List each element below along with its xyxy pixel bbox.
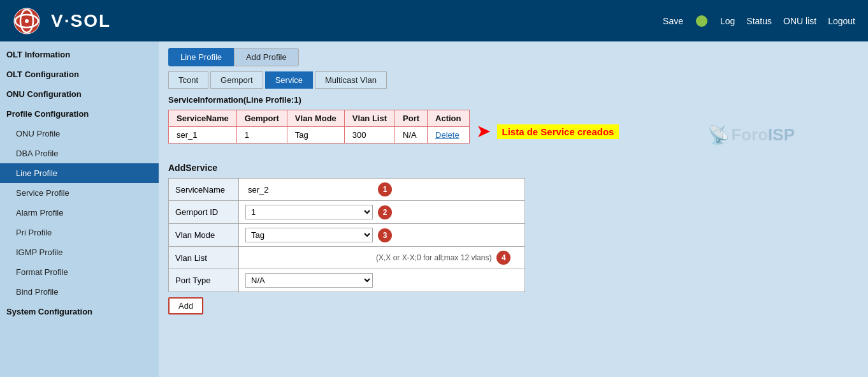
form-row-port-type: Port Type N/A Eth POTS USB xyxy=(169,269,525,292)
content-area: Line Profile Add Profile Tcont Gemport S… xyxy=(159,41,868,377)
sidebar-item-bind-profile[interactable]: Bind Profile xyxy=(0,282,159,302)
form-label-vlan-list: Vlan List xyxy=(169,247,239,269)
form-cell-port-type: N/A Eth POTS USB xyxy=(239,269,525,292)
col-service-name: ServiceName xyxy=(169,110,237,127)
form-row-badge-vlan-mode: Tag Transparent QinQ 3 xyxy=(245,228,518,242)
sidebar-item-system-configuration[interactable]: System Configuration xyxy=(0,302,159,322)
gemport-id-select[interactable]: 1 2 3 4 xyxy=(245,205,373,219)
vlan-list-hint: (X,X or X-X;0 for all;max 12 vlans) xyxy=(376,253,491,262)
status-link[interactable]: Status xyxy=(746,16,772,26)
form-label-port-type: Port Type xyxy=(169,269,239,292)
log-link[interactable]: Log xyxy=(720,16,735,26)
sub-tab-tcont[interactable]: Tcont xyxy=(168,71,208,89)
form-row-badge-port-type: N/A Eth POTS USB xyxy=(245,273,518,288)
header-nav: Log Status ONU list Logout xyxy=(720,16,855,26)
form-label-vlan-mode: Vlan Mode xyxy=(169,224,239,247)
sidebar-item-igmp-profile[interactable]: IGMP Profile xyxy=(0,242,159,262)
logo-text: V·SOL xyxy=(51,11,111,31)
sub-tab-gemport[interactable]: Gemport xyxy=(210,71,263,89)
col-port: Port xyxy=(395,110,428,127)
main-tab-bar: Line Profile Add Profile xyxy=(168,48,858,66)
form-cell-vlan-list: (X,X or X-X;0 for all;max 12 vlans) 4 xyxy=(239,247,525,269)
add-service-title: AddService xyxy=(168,163,858,173)
table-row: ser_1 1 Tag 300 N/A Delete xyxy=(169,127,470,144)
col-vlan-mode: Vlan Mode xyxy=(287,110,344,127)
sidebar-item-profile-configuration[interactable]: Profile Configuration xyxy=(0,104,159,124)
form-cell-gemport-id: 1 2 3 4 2 xyxy=(239,201,525,224)
sidebar-item-format-profile[interactable]: Format Profile xyxy=(0,262,159,282)
service-table-wrapper: ServiceName Gemport Vlan Mode Vlan List … xyxy=(168,110,470,153)
delete-link[interactable]: Delete xyxy=(435,130,459,140)
badge-1: 1 xyxy=(378,182,392,196)
logo-area: V·SOL xyxy=(13,7,111,35)
vlan-mode-select[interactable]: Tag Transparent QinQ xyxy=(245,228,373,242)
badge-2: 2 xyxy=(378,205,392,219)
service-name-input[interactable] xyxy=(245,184,373,196)
header: V·SOL Save Log Status ONU list Logout xyxy=(0,0,868,41)
svg-point-3 xyxy=(25,19,29,23)
annotation-arrow: ➤ xyxy=(476,122,491,140)
service-info-title: ServiceInformation(Line Profile:1) xyxy=(168,95,858,105)
logout-link[interactable]: Logout xyxy=(828,16,855,26)
form-label-service-name: ServiceName xyxy=(169,179,239,201)
sidebar-item-line-profile[interactable]: Line Profile xyxy=(0,163,159,183)
sub-tab-multicast-vlan[interactable]: Multicast Vlan xyxy=(315,71,387,89)
form-row-service-name: ServiceName 1 xyxy=(169,179,525,201)
form-cell-vlan-mode: Tag Transparent QinQ 3 xyxy=(239,224,525,247)
col-action: Action xyxy=(428,110,469,127)
sidebar-item-olt-information[interactable]: OLT Information xyxy=(0,45,159,64)
add-service-form: ServiceName 1 Gemport ID 1 xyxy=(168,178,525,292)
form-row-with-badge: 1 xyxy=(245,182,518,196)
onu-list-link[interactable]: ONU list xyxy=(783,16,816,26)
form-row-badge-gemport: 1 2 3 4 2 xyxy=(245,205,518,219)
annotation-row: ServiceName Gemport Vlan Mode Vlan List … xyxy=(168,110,858,153)
sub-tab-service[interactable]: Service xyxy=(265,71,313,89)
form-row-gemport-id: Gemport ID 1 2 3 4 2 xyxy=(169,201,525,224)
sidebar-item-onu-profile[interactable]: ONU Profile xyxy=(0,124,159,144)
form-cell-service-name: 1 xyxy=(239,179,525,201)
sidebar-item-onu-configuration[interactable]: ONU Configuration xyxy=(0,84,159,104)
sub-tab-bar: Tcont Gemport Service Multicast Vlan xyxy=(168,71,858,89)
cell-vlan-list: 300 xyxy=(344,127,394,144)
cell-gemport: 1 xyxy=(236,127,287,144)
logo-icon xyxy=(13,7,41,35)
tab-add-profile[interactable]: Add Profile xyxy=(234,48,299,66)
main-layout: OLT Information OLT Configuration ONU Co… xyxy=(0,41,868,377)
add-button[interactable]: Add xyxy=(168,297,203,314)
vlan-list-input[interactable] xyxy=(245,252,373,264)
sidebar: OLT Information OLT Configuration ONU Co… xyxy=(0,41,159,377)
form-row-vlan-mode: Vlan Mode Tag Transparent QinQ 3 xyxy=(169,224,525,247)
sidebar-item-pri-profile[interactable]: Pri Profile xyxy=(0,223,159,242)
service-table: ServiceName Gemport Vlan Mode Vlan List … xyxy=(168,110,470,144)
sidebar-item-olt-configuration[interactable]: OLT Configuration xyxy=(0,64,159,84)
form-row-vlan-list: Vlan List (X,X or X-X;0 for all;max 12 v… xyxy=(169,247,525,269)
sidebar-item-dba-profile[interactable]: DBA Profile xyxy=(0,144,159,163)
cell-service-name: ser_1 xyxy=(169,127,237,144)
col-gemport: Gemport xyxy=(236,110,287,127)
form-label-gemport-id: Gemport ID xyxy=(169,201,239,224)
tab-line-profile[interactable]: Line Profile xyxy=(168,48,234,66)
status-indicator xyxy=(696,15,707,27)
port-type-select[interactable]: N/A Eth POTS USB xyxy=(245,273,373,288)
annotation-label: Lista de Service creados xyxy=(497,124,619,139)
sidebar-item-alarm-profile[interactable]: Alarm Profile xyxy=(0,203,159,223)
form-row-badge-vlan-list: (X,X or X-X;0 for all;max 12 vlans) 4 xyxy=(245,251,518,265)
badge-4: 4 xyxy=(496,251,510,265)
header-right: Save Log Status ONU list Logout xyxy=(663,15,855,27)
cell-vlan-mode: Tag xyxy=(287,127,344,144)
col-vlan-list: Vlan List xyxy=(344,110,394,127)
badge-3: 3 xyxy=(378,228,392,242)
cell-port: N/A xyxy=(395,127,428,144)
sidebar-item-service-profile[interactable]: Service Profile xyxy=(0,183,159,203)
save-button[interactable]: Save xyxy=(663,16,683,26)
cell-action[interactable]: Delete xyxy=(428,127,469,144)
